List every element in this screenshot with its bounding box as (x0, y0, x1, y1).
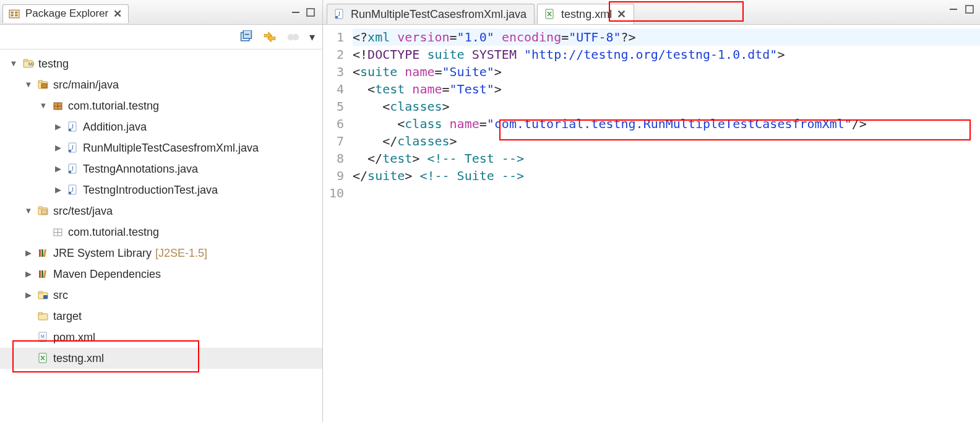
tree-item[interactable]: ▶JiTestngAnnotations.java (0, 158, 322, 179)
tree-item-label: TestngIntroductionTest.java (83, 180, 218, 200)
tree-item[interactable]: ▼src/main/java (0, 74, 322, 95)
tree-item[interactable]: ▶JiRunMultipleTestCasesfromXml.java (0, 137, 322, 158)
code-line[interactable]: </suite> <!-- Suite --> (353, 167, 980, 184)
code-line[interactable]: <!DOCTYPE suite SYSTEM "http://testng.or… (353, 46, 980, 63)
chevron-down-icon[interactable]: ▼ (24, 204, 33, 218)
view-tabbar: Package Explorer ✕ (0, 0, 322, 25)
token-str: "Suite" (442, 64, 494, 79)
svg-rect-46 (39, 270, 41, 278)
svg-text:J: J (338, 11, 340, 17)
svg-rect-53 (38, 312, 43, 314)
token-cmt: <!-- Suite --> (419, 168, 524, 183)
chevron-down-icon[interactable]: ▼ (9, 56, 19, 71)
maximize-icon[interactable] (305, 7, 316, 18)
editor-tab[interactable]: testng.xml✕ (537, 4, 634, 24)
collapse-all-icon[interactable] (239, 30, 254, 44)
chevron-right-icon[interactable]: ▶ (24, 288, 33, 302)
package-explorer-icon (8, 7, 20, 20)
token-t: /> (852, 116, 867, 131)
tree-item[interactable]: ▼com.tutorial.testng (0, 95, 322, 116)
svg-text:i: i (70, 129, 71, 132)
code-content[interactable]: <?xml version="1.0" encoding="UTF-8"?><!… (350, 25, 980, 422)
tree-item[interactable]: ▶Maven Dependencies (0, 264, 322, 285)
minimize-icon[interactable] (290, 7, 301, 18)
chevron-right-icon[interactable]: ▶ (24, 267, 33, 281)
token-t: > (494, 82, 502, 97)
minimize-icon[interactable] (948, 4, 959, 15)
token-t: > (442, 99, 450, 114)
tree-item[interactable]: ▶Mxmlpom.xml (0, 327, 322, 348)
close-icon[interactable]: ✕ (617, 7, 626, 21)
code-line[interactable] (353, 184, 980, 202)
java-icon: Ji (67, 184, 79, 196)
chevron-right-icon[interactable]: ▶ (53, 161, 63, 176)
tree-item[interactable]: ▶testng.xml (0, 348, 322, 369)
token-attr: encoding (502, 30, 561, 45)
tree-item-label: src (53, 285, 68, 305)
tree-item-label: com.tutorial.testng (68, 222, 159, 242)
editor-area[interactable]: 12345678910 <?xml version="1.0" encoding… (323, 25, 980, 422)
token-t: </ (353, 151, 382, 166)
svg-rect-39 (38, 207, 43, 209)
line-number: 2 (323, 46, 344, 63)
view-menu-icon[interactable]: ▾ (309, 30, 315, 44)
package-e-icon (52, 226, 64, 238)
token-str: "UTF-8" (569, 30, 621, 45)
tree-item-label: JRE System Library (53, 243, 152, 263)
line-number: 5 (323, 98, 344, 115)
view-tab-package-explorer[interactable]: Package Explorer ✕ (2, 4, 129, 23)
token-attr: name (450, 116, 479, 131)
token-tag: test (375, 82, 405, 97)
code-line[interactable]: <suite name="Suite"> (353, 63, 980, 80)
editor-tab-label: testng.xml (561, 8, 612, 21)
tree-item[interactable]: ▶target (0, 306, 322, 327)
tree-item[interactable]: ▶com.tutorial.testng (0, 222, 322, 243)
java-icon: Ji (333, 8, 346, 20)
svg-rect-43 (39, 249, 41, 257)
close-icon[interactable]: ✕ (113, 7, 122, 20)
code-line[interactable]: <class name="com.tutorial.testng.RunMult… (353, 115, 980, 132)
tree-item[interactable]: ▶src (0, 285, 322, 306)
token-t (442, 116, 450, 131)
code-line[interactable]: </classes> (353, 132, 980, 150)
token-t: = (479, 116, 487, 131)
token-t: > (494, 64, 502, 79)
svg-rect-50 (38, 291, 43, 293)
chevron-down-icon[interactable]: ▼ (24, 77, 33, 92)
token-str: "com.tutorial.testng.RunMultipleTestCase… (487, 116, 852, 131)
tree-item[interactable]: ▶JiTestngIntroductionTest.java (0, 179, 322, 200)
xml-g-icon (544, 8, 556, 20)
package-icon (52, 100, 64, 112)
svg-rect-2 (11, 14, 14, 16)
token-cmt: <!-- Test --> (427, 151, 524, 166)
token-tag: test (382, 151, 412, 166)
code-line[interactable]: <classes> (353, 98, 980, 115)
editor-tab-label: RunMultipleTestCasesfromXml.java (351, 8, 527, 21)
chevron-down-icon[interactable]: ▼ (38, 98, 48, 113)
tree-item[interactable]: ▼MJtestng (0, 53, 322, 74)
svg-rect-5 (292, 12, 299, 13)
tree-item[interactable]: ▶JiAddition.java (0, 116, 322, 137)
chevron-right-icon[interactable]: ▶ (53, 183, 63, 197)
maximize-icon[interactable] (964, 4, 975, 15)
srcfolder-w-icon (37, 205, 49, 217)
tree-item[interactable]: ▶JRE System Library [J2SE-1.5] (0, 243, 322, 264)
chevron-right-icon[interactable]: ▶ (53, 119, 63, 134)
token-tag: classes (390, 99, 442, 114)
tree-item-suffix: [J2SE-1.5] (155, 243, 207, 263)
chevron-right-icon[interactable]: ▶ (53, 140, 63, 155)
editor-tab[interactable]: JiRunMultipleTestCasesfromXml.java (327, 4, 535, 24)
svg-text:xml: xml (40, 338, 45, 342)
project-icon: MJ (22, 58, 35, 70)
token-t (494, 30, 502, 45)
token-str: "Test" (450, 82, 494, 97)
token-t: < (353, 64, 360, 79)
chevron-right-icon[interactable]: ▶ (24, 246, 33, 260)
link-with-editor-icon[interactable] (262, 30, 277, 44)
svg-rect-1 (11, 12, 14, 14)
code-line[interactable]: </test> <!-- Test --> (353, 150, 980, 167)
code-line[interactable]: <test name="Test"> (353, 80, 980, 98)
code-line[interactable]: <?xml version="1.0" encoding="UTF-8"?> (353, 28, 980, 46)
package-tree[interactable]: ▼MJtestng▼src/main/java▼com.tutorial.tes… (0, 50, 322, 381)
tree-item[interactable]: ▼src/test/java (0, 200, 322, 222)
